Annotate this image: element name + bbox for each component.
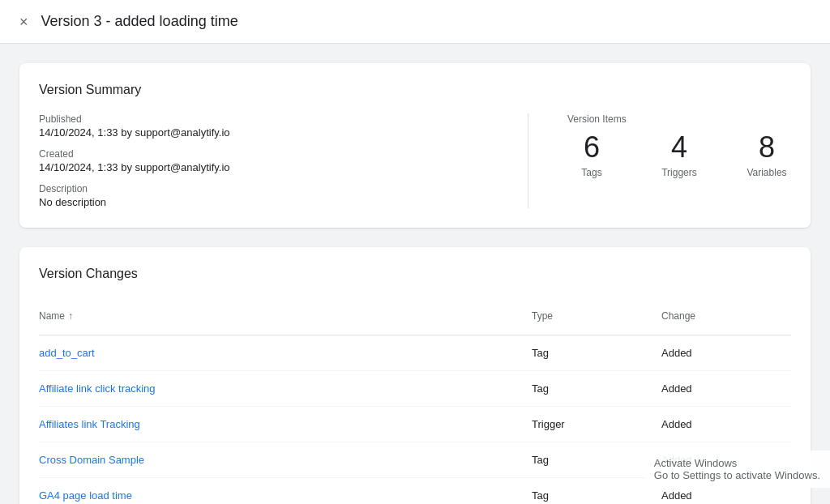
th-change: Change xyxy=(661,304,791,328)
name-column-label: Name xyxy=(39,310,65,322)
summary-grid: Published 14/10/2024, 1:33 by support@an… xyxy=(39,113,791,208)
main-content: Version Summary Published 14/10/2024, 1:… xyxy=(0,44,830,504)
changes-card-title: Version Changes xyxy=(39,267,791,281)
published-label: Published xyxy=(39,113,495,125)
version-summary-card: Version Summary Published 14/10/2024, 1:… xyxy=(19,63,811,228)
table-row: Cross Domain Sample Tag Added xyxy=(39,442,791,478)
description-section: Description No description xyxy=(39,183,495,208)
created-value: 14/10/2024, 1:33 by support@analytify.io xyxy=(39,161,495,173)
variables-stat: 8 Variables xyxy=(742,131,791,178)
table-body: add_to_cart Tag Added Affiliate link cli… xyxy=(39,335,791,504)
created-section: Created 14/10/2024, 1:33 by support@anal… xyxy=(39,148,495,173)
table-row: add_to_cart Tag Added xyxy=(39,335,791,371)
stats-row: 6 Tags 4 Triggers 8 Variables xyxy=(567,131,791,178)
row-change: Added xyxy=(661,371,791,406)
row-name-link[interactable]: Affiliate link click tracking xyxy=(39,371,532,406)
table-row: Affiliates link Tracking Trigger Added xyxy=(39,407,791,442)
th-type: Type xyxy=(532,304,661,328)
summary-right: Version Items 6 Tags 4 Triggers 8 Variab xyxy=(528,113,791,208)
row-type: Tag xyxy=(532,442,661,477)
table-header-row: Name ↑ Type Change xyxy=(39,297,791,335)
row-change: Added xyxy=(661,478,791,504)
row-name-link[interactable]: Cross Domain Sample xyxy=(39,442,532,477)
summary-left: Published 14/10/2024, 1:33 by support@an… xyxy=(39,113,495,208)
row-name-link[interactable]: add_to_cart xyxy=(39,335,532,370)
sort-icon: ↑ xyxy=(68,310,73,322)
tags-label: Tags xyxy=(581,167,601,178)
row-type: Trigger xyxy=(532,407,661,442)
row-change: Added xyxy=(661,335,791,370)
row-type: Tag xyxy=(532,478,661,504)
row-name-link[interactable]: Affiliates link Tracking xyxy=(39,407,532,442)
version-items-label: Version Items xyxy=(567,113,791,125)
row-change: Added xyxy=(661,407,791,442)
row-type: Tag xyxy=(532,371,661,406)
close-button[interactable]: × xyxy=(19,15,28,29)
th-name[interactable]: Name ↑ xyxy=(39,304,532,328)
summary-card-title: Version Summary xyxy=(39,83,791,97)
triggers-label: Triggers xyxy=(661,167,697,178)
page-title: Version 3 - added loading time xyxy=(41,13,238,30)
published-value: 14/10/2024, 1:33 by support@analytify.io xyxy=(39,126,495,139)
published-section: Published 14/10/2024, 1:33 by support@an… xyxy=(39,113,495,139)
tags-count: 6 xyxy=(584,131,600,164)
row-change: Added xyxy=(661,442,791,477)
tags-stat: 6 Tags xyxy=(567,131,616,178)
table-row: GA4 page load time Tag Added xyxy=(39,478,791,504)
table-row: Affiliate link click tracking Tag Added xyxy=(39,371,791,407)
row-name-link[interactable]: GA4 page load time xyxy=(39,478,532,504)
version-changes-card: Version Changes Name ↑ Type Change add_t… xyxy=(19,247,811,504)
variables-count: 8 xyxy=(759,131,775,164)
triggers-stat: 4 Triggers xyxy=(655,131,704,178)
description-value: No description xyxy=(39,196,495,208)
variables-label: Variables xyxy=(747,167,786,178)
triggers-count: 4 xyxy=(671,131,687,164)
description-label: Description xyxy=(39,183,495,194)
changes-table: Name ↑ Type Change add_to_cart Tag Added… xyxy=(39,297,791,504)
created-label: Created xyxy=(39,148,495,160)
version-items-section: Version Items 6 Tags 4 Triggers 8 Variab xyxy=(567,113,791,178)
row-type: Tag xyxy=(532,335,661,370)
page-header: × Version 3 - added loading time xyxy=(0,0,830,44)
